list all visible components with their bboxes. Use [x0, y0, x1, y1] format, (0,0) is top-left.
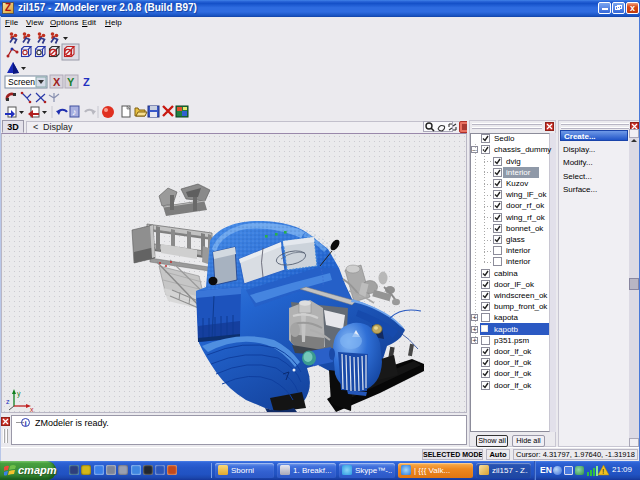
- svg-text:Screen: Screen: [8, 77, 35, 87]
- svg-text:Z: Z: [83, 76, 90, 88]
- svg-text:X: X: [53, 76, 61, 88]
- svg-text:Y: Y: [67, 76, 75, 88]
- svg-text:x: x: [30, 406, 34, 413]
- svg-text:!: !: [602, 467, 604, 476]
- svg-text:y: y: [17, 390, 21, 398]
- svg-text:z: z: [6, 398, 10, 405]
- svg-text:♪: ♪: [72, 107, 77, 117]
